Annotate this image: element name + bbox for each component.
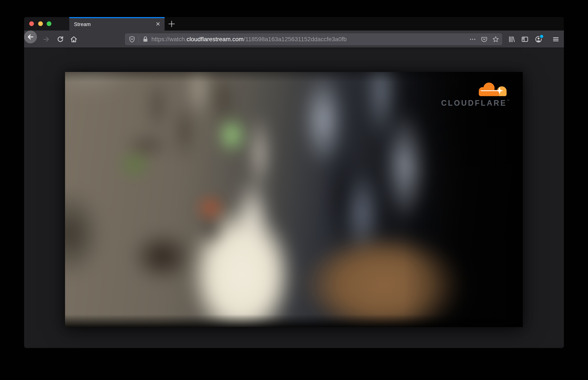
address-bar[interactable]: https://watch.cloudflarestream.com/11859… — [125, 34, 502, 45]
window-close-button[interactable] — [29, 21, 34, 26]
url-domain: cloudflarestream.com — [187, 36, 244, 42]
video-vignette — [65, 72, 523, 327]
url-text: https://watch.cloudflarestream.com/11859… — [151, 34, 347, 45]
notification-dot — [540, 35, 543, 38]
window-zoom-button[interactable] — [47, 21, 51, 26]
tab-stream[interactable]: Stream — [69, 17, 165, 31]
cloudflare-wordmark-text: CLOUDFLARE — [441, 99, 507, 107]
reload-icon — [56, 36, 64, 43]
page-actions-icon[interactable] — [469, 36, 476, 43]
url-scheme-host-prefix: https://watch. — [151, 36, 187, 42]
navigation-toolbar: https://watch.cloudflarestream.com/11859… — [24, 31, 564, 48]
cloudflare-wordmark: CLOUDFLARE™ — [441, 99, 510, 107]
home-button[interactable] — [70, 36, 78, 43]
home-icon — [70, 36, 78, 43]
new-tab-button[interactable] — [167, 19, 176, 28]
trademark-mark: ™ — [507, 99, 510, 102]
forward-button[interactable] — [42, 36, 50, 43]
tab-close-icon[interactable] — [155, 21, 161, 27]
address-bar-divider — [138, 36, 139, 42]
lock-icon[interactable] — [142, 36, 149, 43]
cloudflare-logo: CLOUDFLARE™ — [441, 81, 510, 107]
library-icon[interactable] — [508, 36, 516, 43]
address-bar-left-icons — [125, 34, 149, 45]
bookmark-star-icon[interactable] — [492, 36, 499, 43]
window-minimize-button[interactable] — [38, 21, 43, 26]
cloudflare-cloud-icon — [476, 81, 510, 97]
account-icon[interactable] — [535, 36, 542, 43]
browser-window: Stream — [24, 17, 564, 348]
reload-button[interactable] — [56, 36, 64, 43]
tracking-protection-shield-icon[interactable] — [128, 36, 136, 43]
back-button[interactable] — [24, 31, 37, 43]
tab-title: Stream — [74, 18, 91, 31]
page-content: CLOUDFLARE™ — [24, 48, 564, 348]
tab-bar: Stream — [24, 17, 564, 31]
sidebar-icon[interactable] — [521, 36, 529, 43]
back-arrow-icon — [27, 33, 34, 41]
pocket-icon[interactable] — [481, 36, 488, 43]
menu-icon[interactable] — [552, 36, 560, 43]
screenshot-background: Stream — [0, 0, 588, 380]
video-player[interactable]: CLOUDFLARE™ — [65, 72, 523, 327]
address-bar-actions — [469, 34, 499, 45]
window-controls — [24, 17, 69, 31]
forward-arrow-icon — [42, 36, 50, 43]
url-path: /118598a163a125631152ddaccfe3a0fb — [244, 36, 347, 42]
